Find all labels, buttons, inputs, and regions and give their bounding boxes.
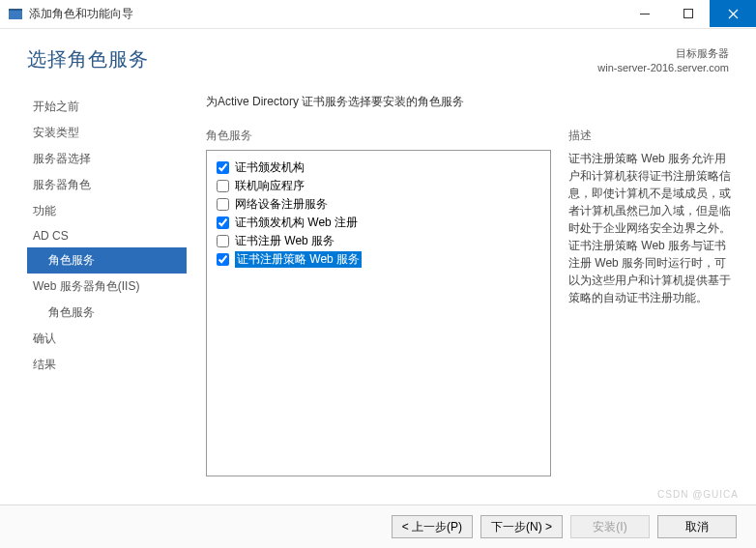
main-pane: 为Active Directory 证书服务选择要安装的角色服务 角色服务 证书…	[187, 86, 756, 476]
role-service-checkbox[interactable]	[217, 235, 229, 247]
role-service-checkbox[interactable]	[217, 253, 229, 266]
role-services-tree[interactable]: 证书颁发机构联机响应程序网络设备注册服务证书颁发机构 Web 注册证书注册 We…	[206, 150, 551, 476]
wizard-step[interactable]: 角色服务	[27, 300, 187, 326]
wizard-header: 选择角色服务 目标服务器 win-server-2016.server.com	[0, 29, 756, 86]
app-icon	[8, 7, 23, 22]
role-service-checkbox[interactable]	[217, 198, 229, 211]
target-value: win-server-2016.server.com	[597, 61, 729, 75]
wizard-step[interactable]: Web 服务器角色(IIS)	[27, 274, 187, 300]
wizard-step[interactable]: AD CS	[27, 224, 187, 247]
role-service-item[interactable]: 网络设备注册服务	[217, 195, 540, 214]
role-service-label: 联机响应程序	[235, 178, 305, 194]
window-title: 添加角色和功能向导	[29, 6, 133, 22]
page-heading: 选择角色服务	[27, 46, 149, 72]
wizard-step[interactable]: 结果	[27, 352, 187, 378]
role-service-checkbox[interactable]	[217, 180, 229, 192]
description-text: 证书注册策略 Web 服务允许用户和计算机获得证书注册策略信息，即使计算机不是域…	[568, 150, 733, 306]
wizard-steps: 开始之前安装类型服务器选择服务器角色功能AD CS角色服务Web 服务器角色(I…	[27, 86, 187, 476]
next-button[interactable]: 下一步(N) >	[480, 515, 563, 538]
wizard-step[interactable]: 角色服务	[27, 247, 187, 274]
wizard-step[interactable]: 开始之前	[27, 94, 187, 120]
role-services-column: 角色服务 证书颁发机构联机响应程序网络设备注册服务证书颁发机构 Web 注册证书…	[206, 128, 551, 476]
svg-rect-3	[683, 10, 692, 18]
maximize-button[interactable]	[666, 0, 710, 27]
wizard-body: 开始之前安装类型服务器选择服务器角色功能AD CS角色服务Web 服务器角色(I…	[0, 86, 756, 476]
role-services-label: 角色服务	[206, 128, 551, 144]
wizard-step[interactable]: 确认	[27, 326, 187, 352]
wizard-step[interactable]: 功能	[27, 198, 187, 224]
description-column: 描述 证书注册策略 Web 服务允许用户和计算机获得证书注册策略信息，即使计算机…	[568, 128, 733, 476]
role-service-item[interactable]: 证书注册策略 Web 服务	[217, 250, 540, 269]
cancel-button[interactable]: 取消	[657, 515, 737, 538]
role-service-item[interactable]: 证书颁发机构	[217, 159, 540, 177]
minimize-button[interactable]	[623, 0, 666, 27]
role-service-label: 网络设备注册服务	[235, 196, 328, 213]
svg-rect-0	[9, 11, 22, 19]
wizard-step[interactable]: 服务器角色	[27, 172, 187, 198]
instruction-text: 为Active Directory 证书服务选择要安装的角色服务	[206, 94, 733, 110]
role-service-label: 证书颁发机构 Web 注册	[235, 215, 358, 231]
window-controls	[623, 0, 756, 27]
wizard-step[interactable]: 服务器选择	[27, 146, 187, 172]
role-service-label: 证书颁发机构	[235, 159, 305, 176]
close-button[interactable]	[710, 0, 756, 27]
role-service-checkbox[interactable]	[217, 216, 229, 229]
install-button: 安装(I)	[570, 515, 650, 538]
target-server-info: 目标服务器 win-server-2016.server.com	[597, 46, 729, 76]
titlebar: 添加角色和功能向导	[0, 0, 756, 29]
role-service-label: 证书注册 Web 服务	[235, 233, 334, 249]
svg-rect-2	[640, 14, 650, 14]
role-service-checkbox[interactable]	[217, 161, 229, 174]
previous-button[interactable]: < 上一步(P)	[392, 515, 473, 538]
target-label: 目标服务器	[597, 46, 729, 61]
wizard-footer: < 上一步(P) 下一步(N) > 安装(I) 取消	[0, 505, 756, 548]
role-service-item[interactable]: 证书注册 Web 服务	[217, 232, 540, 250]
role-service-item[interactable]: 证书颁发机构 Web 注册	[217, 214, 540, 232]
watermark: CSDN @GUICA	[657, 489, 739, 500]
wizard-step[interactable]: 安装类型	[27, 120, 187, 146]
description-label: 描述	[568, 128, 733, 144]
svg-rect-1	[9, 9, 22, 11]
role-service-label: 证书注册策略 Web 服务	[235, 251, 362, 268]
role-service-item[interactable]: 联机响应程序	[217, 177, 540, 195]
